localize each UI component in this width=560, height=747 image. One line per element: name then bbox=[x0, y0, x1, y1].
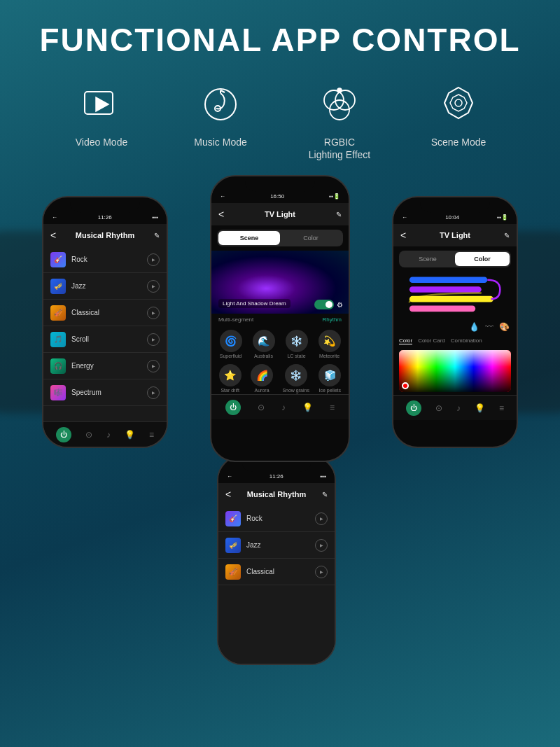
rgbic-icon-svg bbox=[318, 83, 360, 125]
jazz-icon: 🎺 bbox=[50, 279, 66, 294]
svg-marker-10 bbox=[444, 88, 472, 118]
gear-icon[interactable]: ⚙ bbox=[337, 301, 343, 309]
color-tab-combo[interactable]: Combination bbox=[451, 337, 482, 344]
color-tab-card[interactable]: Color Card bbox=[418, 337, 445, 344]
power-btn-center[interactable]: ⏻ bbox=[225, 400, 241, 415]
status-signal-right: ← bbox=[402, 214, 407, 221]
nav-icon2-center[interactable]: ♪ bbox=[281, 403, 286, 412]
nav-icon4-left[interactable]: ≡ bbox=[149, 430, 154, 440]
bottom-rhythm-rock[interactable]: 🎸 Rock bbox=[218, 505, 335, 532]
nav-icon2-right[interactable]: ♪ bbox=[456, 403, 461, 413]
rhythm-item-energy[interactable]: 🎧 Energy bbox=[43, 353, 167, 379]
australis-icon: 🌊 bbox=[253, 330, 275, 352]
spectrum-play-btn[interactable] bbox=[147, 386, 160, 399]
rhythm-item-scroll[interactable]: 🎵 Scroll bbox=[43, 326, 167, 353]
app-title-right: TV Light bbox=[440, 231, 470, 239]
edit-btn-center[interactable]: ✎ bbox=[336, 211, 342, 218]
scroll-icon: 🎵 bbox=[50, 332, 66, 347]
bottom-nav-left: ⏻ ⊙ ♪ 💡 ≡ bbox=[43, 421, 167, 447]
edit-btn-right[interactable]: ✎ bbox=[504, 232, 510, 239]
bottom-jazz-label: Jazz bbox=[246, 541, 309, 549]
multi-segment-option[interactable]: Multi-segment bbox=[218, 316, 253, 323]
tab-scene-right[interactable]: Scene bbox=[400, 252, 455, 266]
scene-item-aurora[interactable]: 🌈 Aurora bbox=[251, 364, 273, 393]
edit-btn-bottom[interactable]: ✎ bbox=[322, 491, 328, 498]
rhythm-item-spectrum[interactable]: 🎼 Spectrum bbox=[43, 379, 167, 406]
rhythm-option[interactable]: Rhythm bbox=[322, 316, 342, 323]
scene-item-australis[interactable]: 🌊 Australis bbox=[253, 330, 275, 358]
lcstate-label: LC state bbox=[287, 354, 305, 358]
phones-container: ← 11:26 ▪▪▪ < Musical Rhythm ✎ 🎸 Rock 🎺 … bbox=[0, 175, 560, 651]
nav-icon1-right[interactable]: ⊙ bbox=[435, 403, 442, 413]
tab-color-center[interactable]: Color bbox=[280, 231, 342, 245]
svg-rect-13 bbox=[410, 277, 487, 284]
aurora-label: Aurora bbox=[255, 388, 270, 393]
curve-icon[interactable]: 〰 bbox=[485, 322, 493, 332]
video-mode-label: Video Mode bbox=[76, 136, 127, 148]
nav-icon3-center[interactable]: 💡 bbox=[302, 403, 313, 412]
edit-btn-left[interactable]: ✎ bbox=[154, 232, 160, 239]
phone-notch-right bbox=[420, 197, 490, 213]
status-icons-center: ▪▪🔋 bbox=[329, 193, 340, 200]
scene-item-icepellets[interactable]: 🧊 Ice pellets bbox=[318, 364, 341, 393]
nav-icon4-right[interactable]: ≡ bbox=[499, 403, 504, 413]
dropper-icon[interactable]: 💧 bbox=[469, 322, 479, 332]
tab-scene-center[interactable]: Scene bbox=[218, 231, 280, 245]
superfluid-icon: 🌀 bbox=[220, 330, 242, 352]
nav-icon4-center[interactable]: ≡ bbox=[330, 403, 335, 412]
svg-point-12 bbox=[455, 99, 462, 106]
classical-play-btn[interactable] bbox=[147, 307, 160, 319]
scene-item-snowgrains[interactable]: ❄️ Snow grains bbox=[282, 364, 309, 393]
tab-color-right[interactable]: Color bbox=[455, 252, 510, 266]
status-time-right: 10:04 bbox=[445, 214, 459, 221]
nav-icon2-left[interactable]: ♪ bbox=[106, 430, 111, 440]
lcstate-icon: ❄️ bbox=[286, 330, 308, 352]
scene-item-superfluid[interactable]: 🌀 Superfluid bbox=[220, 330, 242, 358]
stardrift-icon: ⭐ bbox=[219, 364, 241, 386]
rock-play-btn[interactable] bbox=[147, 253, 160, 266]
rhythm-item-jazz[interactable]: 🎺 Jazz bbox=[43, 273, 167, 300]
back-btn-left[interactable]: < bbox=[50, 230, 56, 241]
scene-name-badge: Light And Shadow Dream bbox=[218, 299, 290, 308]
bottom-classical-play[interactable] bbox=[315, 566, 328, 578]
power-btn-right[interactable]: ⏻ bbox=[406, 400, 421, 416]
bottom-rhythm-jazz[interactable]: 🎺 Jazz bbox=[218, 532, 335, 559]
rhythm-item-classical[interactable]: 🎻 Classical bbox=[43, 300, 167, 326]
phone-notch-center bbox=[245, 176, 315, 192]
status-icons-right: ▪▪🔋 bbox=[497, 214, 508, 221]
scene-icon-svg bbox=[438, 83, 479, 125]
bottom-rock-play[interactable] bbox=[315, 512, 328, 525]
color-tabs-right: Color Color Card Combination bbox=[393, 335, 517, 347]
app-title-bottom: Musical Rhythm bbox=[247, 490, 306, 498]
color-picker-area[interactable] bbox=[399, 350, 511, 392]
music-icon-svg bbox=[200, 83, 241, 125]
scene-item-lcstate[interactable]: ❄️ LC state bbox=[286, 330, 308, 358]
back-btn-right[interactable]: < bbox=[400, 230, 406, 241]
scene-toggle-row: ⚙ bbox=[314, 300, 343, 309]
palette-icon[interactable]: 🎨 bbox=[499, 322, 510, 332]
jazz-play-btn[interactable] bbox=[147, 280, 160, 293]
svg-marker-11 bbox=[450, 95, 467, 111]
color-tab-color[interactable]: Color bbox=[399, 337, 412, 344]
scene-toggle-switch[interactable] bbox=[314, 300, 334, 309]
feature-music-mode: Music Mode bbox=[175, 80, 266, 148]
nav-icon3-right[interactable]: 💡 bbox=[475, 403, 485, 413]
energy-play-btn[interactable] bbox=[147, 360, 160, 372]
bottom-jazz-play[interactable] bbox=[315, 539, 328, 552]
bottom-rhythm-classical[interactable]: 🎻 Classical bbox=[218, 559, 335, 585]
scene-item-meteorite[interactable]: 💫 Meteorite bbox=[318, 330, 341, 358]
scroll-play-btn[interactable] bbox=[147, 333, 160, 346]
status-time-left: ← bbox=[52, 214, 57, 221]
rhythm-item-rock[interactable]: 🎸 Rock bbox=[43, 246, 167, 273]
scene-item-stardrift[interactable]: ⭐ Star drift bbox=[219, 364, 241, 393]
nav-icon1-center[interactable]: ⊙ bbox=[258, 403, 265, 412]
power-btn-left[interactable]: ⏻ bbox=[56, 427, 71, 442]
nav-icon3-left[interactable]: 💡 bbox=[125, 430, 135, 440]
header-section: FUNCTIONAL APP CONTROL bbox=[0, 0, 560, 73]
app-bar-right: < TV Light ✎ bbox=[393, 224, 517, 246]
music-mode-icon bbox=[196, 80, 245, 129]
back-btn-bottom[interactable]: < bbox=[225, 489, 231, 500]
nav-icon1-left[interactable]: ⊙ bbox=[85, 430, 92, 440]
bottom-classical-label: Classical bbox=[246, 568, 309, 575]
back-btn-center[interactable]: < bbox=[218, 209, 224, 220]
